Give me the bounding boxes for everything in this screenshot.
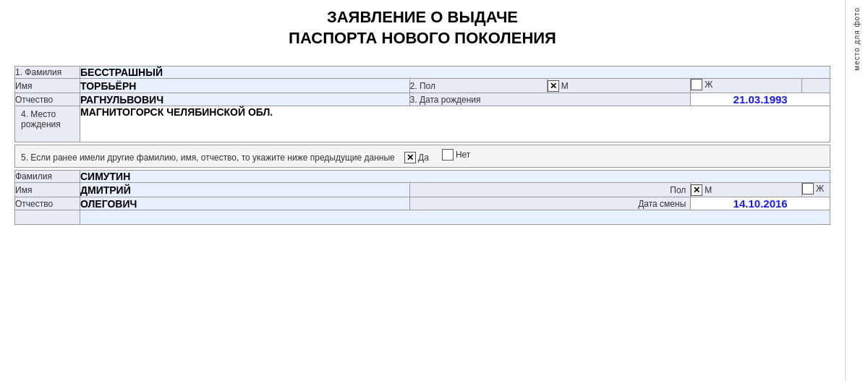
- checkbox-net-box: [442, 149, 454, 160]
- row-note: 5. Если ранее имели другие фамилию, имя,…: [15, 145, 830, 168]
- label-data-rozhdeniya: 3. Дата рождения: [409, 93, 691, 106]
- label-familiya: 1. Фамилия: [15, 67, 80, 79]
- pol-zh-cell: Ж: [691, 79, 802, 93]
- label-imya2: Имя: [15, 183, 80, 197]
- checkbox-da-box: [404, 152, 416, 163]
- row-mesto: 4. Место рождения МАГНИТОГОРСК ЧЕЛЯБИНСК…: [15, 106, 830, 142]
- value-data-rozhdeniya: 21.03.1993: [691, 93, 830, 106]
- row-otchestvo: Отчество РАГНУЛЬВОВИЧ 3. Дата рождения 2…: [15, 93, 830, 106]
- checkbox-net: Нет: [442, 149, 476, 160]
- pol-m-cell: М: [547, 79, 691, 93]
- value-otchestvo: РАГНУЛЬВОВИЧ: [80, 93, 410, 106]
- checkbox2-m: М: [691, 184, 718, 196]
- pol2-zh-cell: Ж: [801, 183, 830, 197]
- checkbox2-zh: Ж: [802, 183, 830, 194]
- label-data-smeny: Дата смены: [409, 197, 691, 210]
- title-line2: ПАСПОРТА НОВОГО ПОКОЛЕНИЯ: [14, 28, 830, 49]
- checkbox-m-box: [548, 80, 559, 92]
- label-pol: 2. Пол: [409, 79, 547, 93]
- row-familiya: 1. Фамилия БЕССТРАШНЫЙ: [15, 67, 830, 79]
- row-otchestvo2: Отчество ОЛЕГОВИЧ Дата смены 14.10.2016: [15, 197, 830, 210]
- checkbox-zh-label: Ж: [705, 80, 712, 90]
- checkbox-da: Да: [404, 152, 435, 163]
- value-data-smeny: 14.10.2016: [691, 197, 830, 210]
- note-text: 5. Если ранее имели другие фамилию, имя,…: [21, 153, 395, 163]
- title-block: ЗАЯВЛЕНИЕ О ВЫДАЧЕ ПАСПОРТА НОВОГО ПОКОЛ…: [14, 7, 830, 54]
- side-text: место для фото: [853, 7, 861, 71]
- row-imya: Имя ТОРБЬЁРН 2. Пол М Ж: [15, 79, 830, 93]
- pol2-m-cell: М: [691, 183, 802, 197]
- title-line1: ЗАЯВЛЕНИЕ О ВЫДАЧЕ: [14, 7, 830, 28]
- checkbox-zh-box: [691, 79, 702, 90]
- label-familiya2: Фамилия: [15, 171, 80, 183]
- checkbox-m-label: М: [561, 81, 569, 91]
- row-imya2: Имя ДМИТРИЙ Пол М Ж: [15, 183, 830, 197]
- value-familiya2: СИМУТИН: [80, 171, 830, 183]
- value-familiya: БЕССТРАШНЫЙ: [80, 67, 830, 79]
- label-otchestvo: Отчество: [15, 93, 80, 106]
- checkbox2-zh-box: [802, 183, 814, 194]
- value-mesto-rozhdeniya: МАГНИТОГОРСК ЧЕЛЯБИНСКОЙ ОБЛ.: [80, 106, 830, 142]
- checkbox2-zh-label: Ж: [816, 184, 824, 194]
- value-imya2: ДМИТРИЙ: [80, 183, 410, 197]
- label-mesto-rozhdeniya: 4. Место рождения: [15, 106, 80, 142]
- checkbox2-m-label: М: [705, 185, 712, 195]
- checkbox-da-label: Да: [418, 153, 429, 163]
- row-familiya2: Фамилия СИМУТИН: [15, 171, 830, 183]
- value-imya: ТОРБЬЁРН: [80, 79, 410, 93]
- checkbox-net-label: Нет: [456, 150, 470, 160]
- checkbox2-m-box: [691, 184, 702, 196]
- label-pol2: Пол: [409, 183, 691, 197]
- side-strip: место для фото: [845, 0, 868, 381]
- value-otchestvo2: ОЛЕГОВИЧ: [80, 197, 410, 210]
- label-imya: Имя: [15, 79, 80, 93]
- form-table: 1. Фамилия БЕССТРАШНЫЙ Имя ТОРБЬЁРН 2. П…: [14, 66, 830, 225]
- label-otchestvo2: Отчество: [15, 197, 80, 210]
- checkbox-m: М: [548, 80, 574, 92]
- row-empty: [15, 210, 830, 225]
- checkbox-zh: Ж: [691, 79, 718, 90]
